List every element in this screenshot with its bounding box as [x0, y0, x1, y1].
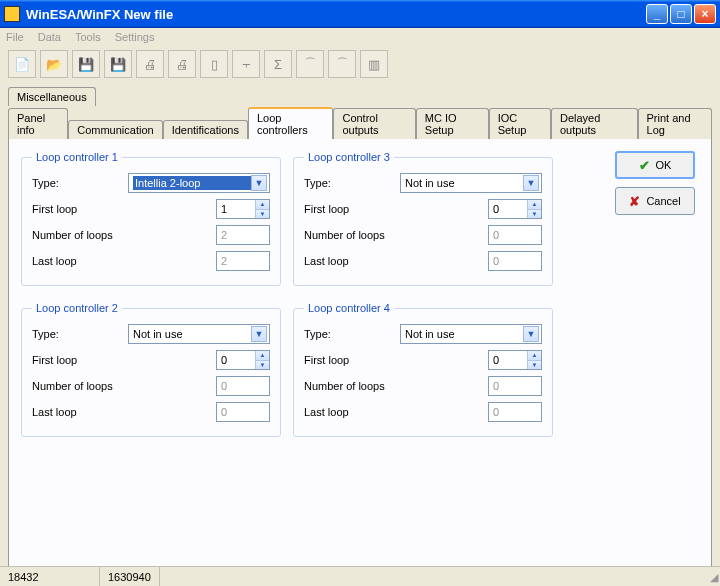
- first-loop-input[interactable]: 0▲▼: [488, 350, 542, 370]
- number-of-loops-label: Number of loops: [32, 229, 128, 241]
- number-of-loops-input: 0: [216, 376, 270, 396]
- connect-icon[interactable]: ⫟: [232, 50, 260, 78]
- first-loop-value: 0: [489, 203, 527, 215]
- tab-print-and-log[interactable]: Print and Log: [638, 108, 712, 139]
- down-arrow-icon[interactable]: ▼: [256, 210, 269, 219]
- tool-a-icon[interactable]: ⌒: [296, 50, 324, 78]
- tool-b-icon[interactable]: ⌒: [328, 50, 356, 78]
- cancel-label: Cancel: [646, 195, 680, 207]
- new-file-icon[interactable]: 📄: [8, 50, 36, 78]
- first-loop-value: 0: [489, 354, 527, 366]
- spinner[interactable]: ▲▼: [527, 200, 541, 218]
- number-of-loops-label: Number of loops: [304, 380, 400, 392]
- number-of-loops-value: 0: [489, 229, 541, 241]
- type-value: Not in use: [405, 328, 523, 340]
- loop-controller-group: Loop controller 1Type:Intellia 2-loop▼Fi…: [21, 151, 281, 286]
- type-label: Type:: [32, 177, 128, 189]
- menu-data[interactable]: Data: [38, 31, 61, 43]
- spinner[interactable]: ▲▼: [255, 200, 269, 218]
- toolbar: 📄 📂 💾 💾 🖨 🖨 ▯ ⫟ Σ ⌒ ⌒ ▥: [0, 46, 720, 84]
- down-arrow-icon[interactable]: ▼: [528, 361, 541, 370]
- type-value: Not in use: [405, 177, 523, 189]
- statusbar: 18432 1630940 ◢: [0, 566, 720, 586]
- chevron-down-icon[interactable]: ▼: [251, 175, 267, 191]
- chevron-down-icon[interactable]: ▼: [523, 175, 539, 191]
- type-label: Type:: [304, 328, 400, 340]
- last-loop-input: 0: [216, 402, 270, 422]
- up-arrow-icon[interactable]: ▲: [256, 200, 269, 210]
- number-of-loops-label: Number of loops: [304, 229, 400, 241]
- tool-c-icon[interactable]: ▥: [360, 50, 388, 78]
- tab-miscellaneous[interactable]: Miscellaneous: [8, 87, 96, 106]
- type-combo[interactable]: Not in use▼: [400, 324, 542, 344]
- tab-loop-controllers[interactable]: Loop controllers: [248, 107, 334, 139]
- resize-grip-icon[interactable]: ◢: [702, 568, 720, 586]
- last-loop-label: Last loop: [32, 255, 128, 267]
- tab-control-outputs[interactable]: Control outputs: [333, 108, 415, 139]
- first-loop-label: First loop: [304, 354, 400, 366]
- maximize-button[interactable]: □: [670, 4, 692, 24]
- tab-ioc-setup[interactable]: IOC Setup: [489, 108, 551, 139]
- number-of-loops-input: 0: [488, 376, 542, 396]
- status-left: 18432: [0, 567, 100, 586]
- print-preview-icon[interactable]: 🖨: [168, 50, 196, 78]
- down-arrow-icon[interactable]: ▼: [256, 361, 269, 370]
- ok-label: OK: [656, 159, 672, 171]
- window-title: WinESA/WinFX New file: [26, 7, 644, 22]
- first-loop-input[interactable]: 1▲▼: [216, 199, 270, 219]
- chevron-down-icon[interactable]: ▼: [523, 326, 539, 342]
- menu-file[interactable]: File: [6, 31, 24, 43]
- ok-button[interactable]: ✔ OK: [615, 151, 695, 179]
- close-button[interactable]: ×: [694, 4, 716, 24]
- type-label: Type:: [32, 328, 128, 340]
- panel-area: Loop controller 1Type:Intellia 2-loop▼Fi…: [8, 138, 712, 578]
- first-loop-input[interactable]: 0▲▼: [488, 199, 542, 219]
- check-icon: ✔: [639, 158, 650, 173]
- spinner[interactable]: ▲▼: [527, 351, 541, 369]
- print-icon[interactable]: 🖨: [136, 50, 164, 78]
- save-as-icon[interactable]: 💾: [104, 50, 132, 78]
- type-label: Type:: [304, 177, 400, 189]
- loop-controller-legend: Loop controller 3: [304, 151, 394, 163]
- up-arrow-icon[interactable]: ▲: [528, 200, 541, 210]
- tab-communication[interactable]: Communication: [68, 120, 162, 139]
- save-icon[interactable]: 💾: [72, 50, 100, 78]
- type-value: Intellia 2-loop: [133, 176, 251, 190]
- tab-identifications[interactable]: Identifications: [163, 120, 248, 139]
- type-combo[interactable]: Not in use▼: [128, 324, 270, 344]
- type-combo[interactable]: Intellia 2-loop▼: [128, 173, 270, 193]
- menu-settings[interactable]: Settings: [115, 31, 155, 43]
- loop-controller-group: Loop controller 3Type:Not in use▼First l…: [293, 151, 553, 286]
- spinner[interactable]: ▲▼: [255, 351, 269, 369]
- down-arrow-icon[interactable]: ▼: [528, 210, 541, 219]
- minimize-button[interactable]: _: [646, 4, 668, 24]
- tab-panel-info[interactable]: Panel info: [8, 108, 68, 139]
- last-loop-value: 0: [489, 406, 541, 418]
- up-arrow-icon[interactable]: ▲: [256, 351, 269, 361]
- titlebar: WinESA/WinFX New file _ □ ×: [0, 0, 720, 28]
- up-arrow-icon[interactable]: ▲: [528, 351, 541, 361]
- tab-delayed-outputs[interactable]: Delayed outputs: [551, 108, 638, 139]
- status-right: 1630940: [100, 567, 160, 586]
- app-icon: [4, 6, 20, 22]
- cancel-button[interactable]: ✘ Cancel: [615, 187, 695, 215]
- last-loop-input: 2: [216, 251, 270, 271]
- number-of-loops-value: 0: [489, 380, 541, 392]
- tab-row-upper: Miscellaneous: [0, 86, 720, 105]
- last-loop-value: 2: [217, 255, 269, 267]
- first-loop-input[interactable]: 0▲▼: [216, 350, 270, 370]
- cross-icon: ✘: [629, 194, 640, 209]
- tab-mc-io-setup[interactable]: MC IO Setup: [416, 108, 489, 139]
- loop-controller-group: Loop controller 2Type:Not in use▼First l…: [21, 302, 281, 437]
- menu-tools[interactable]: Tools: [75, 31, 101, 43]
- first-loop-label: First loop: [32, 354, 128, 366]
- device-icon[interactable]: ▯: [200, 50, 228, 78]
- sigma-icon[interactable]: Σ: [264, 50, 292, 78]
- number-of-loops-value: 0: [217, 380, 269, 392]
- chevron-down-icon[interactable]: ▼: [251, 326, 267, 342]
- last-loop-value: 0: [217, 406, 269, 418]
- last-loop-label: Last loop: [304, 406, 400, 418]
- type-combo[interactable]: Not in use▼: [400, 173, 542, 193]
- open-file-icon[interactable]: 📂: [40, 50, 68, 78]
- last-loop-label: Last loop: [32, 406, 128, 418]
